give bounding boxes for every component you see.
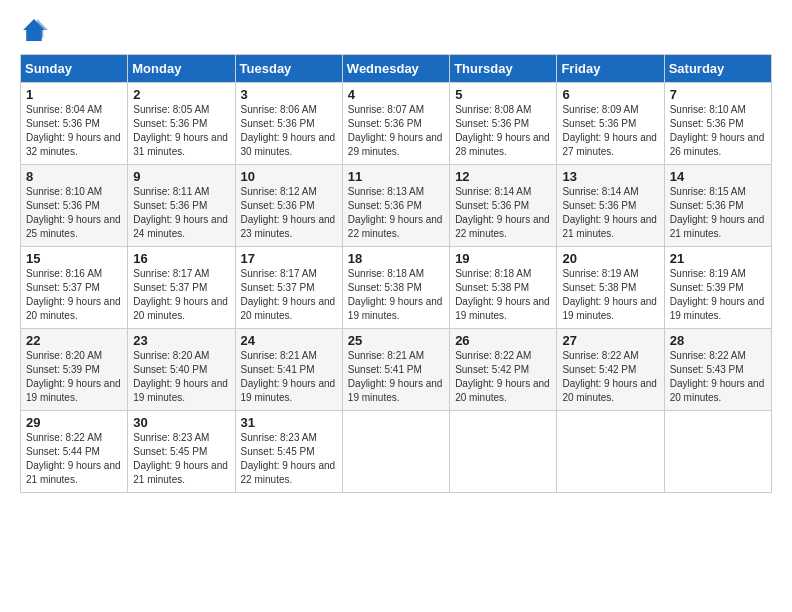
col-friday: Friday xyxy=(557,55,664,83)
day-info: Sunrise: 8:20 AMSunset: 5:40 PMDaylight:… xyxy=(133,350,228,403)
calendar-cell: 25 Sunrise: 8:21 AMSunset: 5:41 PMDaylig… xyxy=(342,329,449,411)
calendar-row: 15 Sunrise: 8:16 AMSunset: 5:37 PMDaylig… xyxy=(21,247,772,329)
day-number: 19 xyxy=(455,251,551,266)
day-number: 22 xyxy=(26,333,122,348)
calendar-cell: 29 Sunrise: 8:22 AMSunset: 5:44 PMDaylig… xyxy=(21,411,128,493)
logo xyxy=(20,16,52,44)
calendar-cell: 19 Sunrise: 8:18 AMSunset: 5:38 PMDaylig… xyxy=(450,247,557,329)
day-info: Sunrise: 8:22 AMSunset: 5:44 PMDaylight:… xyxy=(26,432,121,485)
day-info: Sunrise: 8:21 AMSunset: 5:41 PMDaylight:… xyxy=(348,350,443,403)
calendar-cell: 4 Sunrise: 8:07 AMSunset: 5:36 PMDayligh… xyxy=(342,83,449,165)
day-number: 5 xyxy=(455,87,551,102)
day-number: 15 xyxy=(26,251,122,266)
calendar-cell: 18 Sunrise: 8:18 AMSunset: 5:38 PMDaylig… xyxy=(342,247,449,329)
day-number: 30 xyxy=(133,415,229,430)
calendar-cell: 22 Sunrise: 8:20 AMSunset: 5:39 PMDaylig… xyxy=(21,329,128,411)
day-number: 10 xyxy=(241,169,337,184)
calendar-cell: 1 Sunrise: 8:04 AMSunset: 5:36 PMDayligh… xyxy=(21,83,128,165)
day-number: 9 xyxy=(133,169,229,184)
day-info: Sunrise: 8:09 AMSunset: 5:36 PMDaylight:… xyxy=(562,104,657,157)
calendar-cell: 6 Sunrise: 8:09 AMSunset: 5:36 PMDayligh… xyxy=(557,83,664,165)
day-info: Sunrise: 8:19 AMSunset: 5:38 PMDaylight:… xyxy=(562,268,657,321)
col-tuesday: Tuesday xyxy=(235,55,342,83)
day-number: 28 xyxy=(670,333,766,348)
day-info: Sunrise: 8:23 AMSunset: 5:45 PMDaylight:… xyxy=(241,432,336,485)
day-info: Sunrise: 8:08 AMSunset: 5:36 PMDaylight:… xyxy=(455,104,550,157)
day-number: 26 xyxy=(455,333,551,348)
col-wednesday: Wednesday xyxy=(342,55,449,83)
calendar-cell: 7 Sunrise: 8:10 AMSunset: 5:36 PMDayligh… xyxy=(664,83,771,165)
calendar-row: 22 Sunrise: 8:20 AMSunset: 5:39 PMDaylig… xyxy=(21,329,772,411)
day-number: 7 xyxy=(670,87,766,102)
calendar-cell: 17 Sunrise: 8:17 AMSunset: 5:37 PMDaylig… xyxy=(235,247,342,329)
calendar-cell: 3 Sunrise: 8:06 AMSunset: 5:36 PMDayligh… xyxy=(235,83,342,165)
day-info: Sunrise: 8:10 AMSunset: 5:36 PMDaylight:… xyxy=(26,186,121,239)
day-info: Sunrise: 8:04 AMSunset: 5:36 PMDaylight:… xyxy=(26,104,121,157)
day-number: 2 xyxy=(133,87,229,102)
day-number: 11 xyxy=(348,169,444,184)
calendar-cell: 27 Sunrise: 8:22 AMSunset: 5:42 PMDaylig… xyxy=(557,329,664,411)
calendar-cell: 31 Sunrise: 8:23 AMSunset: 5:45 PMDaylig… xyxy=(235,411,342,493)
calendar-cell: 30 Sunrise: 8:23 AMSunset: 5:45 PMDaylig… xyxy=(128,411,235,493)
calendar-row: 1 Sunrise: 8:04 AMSunset: 5:36 PMDayligh… xyxy=(21,83,772,165)
calendar-cell: 23 Sunrise: 8:20 AMSunset: 5:40 PMDaylig… xyxy=(128,329,235,411)
day-number: 4 xyxy=(348,87,444,102)
day-info: Sunrise: 8:19 AMSunset: 5:39 PMDaylight:… xyxy=(670,268,765,321)
calendar-cell xyxy=(450,411,557,493)
day-info: Sunrise: 8:14 AMSunset: 5:36 PMDaylight:… xyxy=(455,186,550,239)
day-number: 8 xyxy=(26,169,122,184)
day-info: Sunrise: 8:20 AMSunset: 5:39 PMDaylight:… xyxy=(26,350,121,403)
calendar-cell: 16 Sunrise: 8:17 AMSunset: 5:37 PMDaylig… xyxy=(128,247,235,329)
day-number: 3 xyxy=(241,87,337,102)
calendar-cell: 21 Sunrise: 8:19 AMSunset: 5:39 PMDaylig… xyxy=(664,247,771,329)
calendar-cell: 5 Sunrise: 8:08 AMSunset: 5:36 PMDayligh… xyxy=(450,83,557,165)
calendar-cell: 13 Sunrise: 8:14 AMSunset: 5:36 PMDaylig… xyxy=(557,165,664,247)
day-info: Sunrise: 8:07 AMSunset: 5:36 PMDaylight:… xyxy=(348,104,443,157)
day-number: 23 xyxy=(133,333,229,348)
calendar-cell: 2 Sunrise: 8:05 AMSunset: 5:36 PMDayligh… xyxy=(128,83,235,165)
header xyxy=(20,16,772,44)
day-number: 14 xyxy=(670,169,766,184)
calendar-cell: 28 Sunrise: 8:22 AMSunset: 5:43 PMDaylig… xyxy=(664,329,771,411)
calendar-header-row: Sunday Monday Tuesday Wednesday Thursday… xyxy=(21,55,772,83)
day-info: Sunrise: 8:17 AMSunset: 5:37 PMDaylight:… xyxy=(241,268,336,321)
calendar-cell xyxy=(342,411,449,493)
day-number: 6 xyxy=(562,87,658,102)
col-monday: Monday xyxy=(128,55,235,83)
day-number: 20 xyxy=(562,251,658,266)
logo-icon xyxy=(20,16,48,44)
calendar-cell: 10 Sunrise: 8:12 AMSunset: 5:36 PMDaylig… xyxy=(235,165,342,247)
day-info: Sunrise: 8:22 AMSunset: 5:42 PMDaylight:… xyxy=(562,350,657,403)
day-info: Sunrise: 8:10 AMSunset: 5:36 PMDaylight:… xyxy=(670,104,765,157)
day-info: Sunrise: 8:21 AMSunset: 5:41 PMDaylight:… xyxy=(241,350,336,403)
day-number: 12 xyxy=(455,169,551,184)
col-sunday: Sunday xyxy=(21,55,128,83)
day-info: Sunrise: 8:06 AMSunset: 5:36 PMDaylight:… xyxy=(241,104,336,157)
calendar-cell: 12 Sunrise: 8:14 AMSunset: 5:36 PMDaylig… xyxy=(450,165,557,247)
calendar-cell: 9 Sunrise: 8:11 AMSunset: 5:36 PMDayligh… xyxy=(128,165,235,247)
calendar-cell: 14 Sunrise: 8:15 AMSunset: 5:36 PMDaylig… xyxy=(664,165,771,247)
day-info: Sunrise: 8:05 AMSunset: 5:36 PMDaylight:… xyxy=(133,104,228,157)
calendar-cell: 15 Sunrise: 8:16 AMSunset: 5:37 PMDaylig… xyxy=(21,247,128,329)
day-number: 21 xyxy=(670,251,766,266)
calendar-cell: 11 Sunrise: 8:13 AMSunset: 5:36 PMDaylig… xyxy=(342,165,449,247)
day-number: 31 xyxy=(241,415,337,430)
calendar-table: Sunday Monday Tuesday Wednesday Thursday… xyxy=(20,54,772,493)
day-number: 17 xyxy=(241,251,337,266)
day-number: 13 xyxy=(562,169,658,184)
col-thursday: Thursday xyxy=(450,55,557,83)
calendar-cell: 20 Sunrise: 8:19 AMSunset: 5:38 PMDaylig… xyxy=(557,247,664,329)
day-number: 16 xyxy=(133,251,229,266)
day-info: Sunrise: 8:18 AMSunset: 5:38 PMDaylight:… xyxy=(455,268,550,321)
page: Sunday Monday Tuesday Wednesday Thursday… xyxy=(0,0,792,612)
calendar-row: 29 Sunrise: 8:22 AMSunset: 5:44 PMDaylig… xyxy=(21,411,772,493)
day-number: 24 xyxy=(241,333,337,348)
day-number: 25 xyxy=(348,333,444,348)
day-info: Sunrise: 8:14 AMSunset: 5:36 PMDaylight:… xyxy=(562,186,657,239)
day-info: Sunrise: 8:13 AMSunset: 5:36 PMDaylight:… xyxy=(348,186,443,239)
day-number: 1 xyxy=(26,87,122,102)
calendar-row: 8 Sunrise: 8:10 AMSunset: 5:36 PMDayligh… xyxy=(21,165,772,247)
day-info: Sunrise: 8:22 AMSunset: 5:43 PMDaylight:… xyxy=(670,350,765,403)
day-info: Sunrise: 8:18 AMSunset: 5:38 PMDaylight:… xyxy=(348,268,443,321)
day-info: Sunrise: 8:23 AMSunset: 5:45 PMDaylight:… xyxy=(133,432,228,485)
